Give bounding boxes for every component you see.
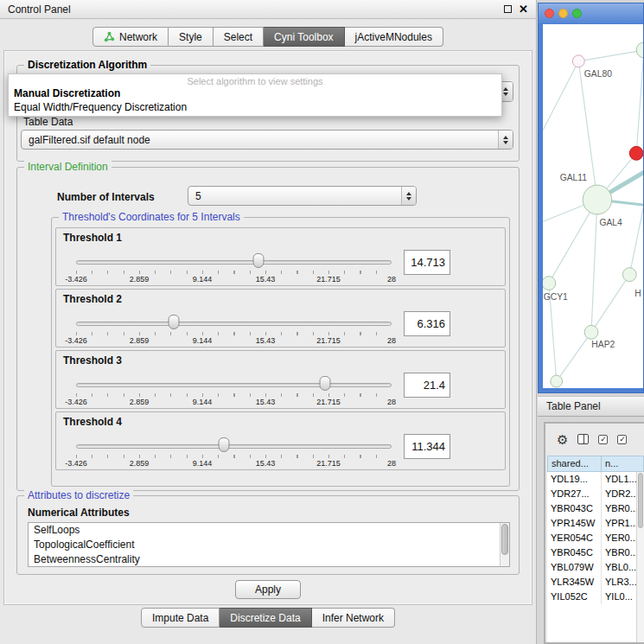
tick-label: 2.859: [130, 336, 150, 345]
scrollbar-thumb[interactable]: [638, 473, 643, 528]
table-row[interactable]: YBR045CYBR0...: [547, 545, 636, 560]
slider-ticks-icon: [76, 271, 392, 274]
network-icon: [104, 31, 115, 42]
list-item[interactable]: BetweennessCentrality: [29, 552, 509, 567]
table-row[interactable]: YDR27...YDR2...: [547, 487, 636, 501]
slider-track[interactable]: [76, 322, 392, 326]
slider-thumb[interactable]: [252, 253, 264, 268]
slider-ticks-icon: [76, 332, 392, 335]
threshold-value-field[interactable]: 11.344: [404, 434, 450, 459]
select-all-checkbox-icon[interactable]: ✓: [598, 435, 608, 444]
threshold-slider[interactable]: -3.4262.8599.14415.4321.71528: [76, 313, 392, 344]
combo-stepper-icon[interactable]: [401, 187, 416, 205]
tab-network[interactable]: Network: [92, 27, 169, 47]
tick-label: 28: [387, 336, 396, 345]
network-edge[interactable]: [629, 205, 643, 275]
network-node[interactable]: [584, 325, 598, 339]
threshold-slider[interactable]: -3.4262.8599.14415.4321.71528: [76, 436, 392, 467]
dropdown-item-manual-discretization[interactable]: Manual Discretization: [9, 86, 501, 100]
slider-thumb[interactable]: [169, 315, 180, 329]
tab-impute-data[interactable]: Impute Data: [141, 608, 220, 628]
table-row[interactable]: YBR043CYBR0...: [547, 501, 636, 516]
threshold-value-field[interactable]: 6.316: [404, 311, 450, 336]
list-item[interactable]: SelfLoops: [29, 523, 509, 538]
list-scrollbar[interactable]: [500, 523, 509, 566]
table-scrollbar[interactable]: [636, 472, 644, 642]
slider-thumb[interactable]: [219, 437, 230, 452]
tab-select[interactable]: Select: [214, 27, 264, 47]
interval-definition-group: Interval Definition Number of Intervals …: [16, 167, 520, 491]
tick-label: 2.859: [130, 398, 150, 406]
table-row[interactable]: YIL052CYIL0...: [547, 590, 636, 604]
tab-label: Style: [179, 31, 202, 43]
network-edge[interactable]: [557, 332, 591, 381]
tab-style[interactable]: Style: [169, 27, 214, 47]
zoom-traffic-light-icon[interactable]: [572, 9, 582, 18]
table-row[interactable]: YLR345WYLR3...: [547, 575, 636, 590]
tick-label: 28: [387, 459, 396, 468]
numerical-attributes-list[interactable]: SelfLoopsTopologicalCoefficientBetweenne…: [28, 522, 510, 567]
table-toolbar: ⚙ ✓ ✓: [545, 427, 644, 451]
network-node[interactable]: [572, 55, 584, 67]
network-node[interactable]: [622, 268, 636, 282]
tab-discretize-data[interactable]: Discretize Data: [220, 608, 311, 628]
network-edge[interactable]: [543, 61, 578, 137]
network-edge[interactable]: [591, 275, 629, 333]
bottom-tab-bar: Impute DataDiscretize DataInfer Network: [0, 608, 536, 628]
threshold-label: Threshold 1: [63, 232, 122, 244]
table-row[interactable]: YBL079WYBL0...: [547, 560, 636, 575]
network-node[interactable]: [543, 277, 556, 290]
group-title: Attributes to discretize: [24, 489, 133, 501]
attribute-table: shared... n... YDL19...YDL1...YDR27...YD…: [547, 456, 644, 642]
network-window-titlebar[interactable]: [539, 3, 643, 23]
slider-track[interactable]: [76, 383, 392, 387]
scrollbar-thumb[interactable]: [501, 524, 508, 555]
combo-stepper-icon[interactable]: [498, 131, 513, 149]
threshold-value-field[interactable]: 14.713: [404, 250, 450, 275]
table-row[interactable]: YER054CYER0...: [547, 531, 636, 545]
close-icon[interactable]: ✕: [519, 3, 528, 15]
threshold-slider[interactable]: -3.4262.8599.14415.4321.71528: [76, 374, 392, 405]
network-node-label: GCY1: [544, 292, 568, 302]
tab-jactivemnodules[interactable]: jActiveMNodules: [345, 27, 443, 47]
slider-thumb[interactable]: [320, 376, 331, 391]
minimize-traffic-light-icon[interactable]: [558, 9, 568, 18]
tick-label: 2.859: [130, 459, 150, 468]
select-checkbox-icon[interactable]: ✓: [617, 435, 627, 444]
network-node[interactable]: [583, 185, 611, 214]
network-edge[interactable]: [578, 50, 643, 61]
table-data-select[interactable]: galFiltered.sif default node: [21, 130, 513, 150]
number-of-intervals-select[interactable]: 5: [188, 186, 417, 206]
network-node[interactable]: [629, 146, 643, 160]
threshold-list: Threshold 1-3.4262.8599.14415.4321.71528…: [55, 227, 506, 473]
columns-icon[interactable]: [577, 434, 589, 444]
tab-cyni-toolbox[interactable]: Cyni Toolbox: [264, 27, 344, 47]
number-of-intervals-value: 5: [195, 190, 201, 202]
column-header-shared-name[interactable]: shared...: [547, 456, 602, 472]
table-row[interactable]: YDL19...YDL1...: [547, 472, 636, 487]
network-edge[interactable]: [591, 200, 597, 332]
threshold-slider[interactable]: -3.4262.8599.14415.4321.71528: [76, 252, 392, 283]
dropdown-item-equal-width-frequency[interactable]: Equal Width/Frequency Discretization: [9, 100, 501, 114]
group-title: Threshold's Coordinates for 5 Intervals: [59, 211, 244, 223]
close-traffic-light-icon[interactable]: [545, 9, 554, 18]
list-item[interactable]: TopologicalCoefficient: [29, 538, 509, 552]
table-body: YDL19...YDL1...YDR27...YDR2...YBR043CYBR…: [547, 472, 636, 642]
network-edge[interactable]: [636, 50, 643, 153]
table-cell: YBR045C: [547, 545, 602, 560]
tab-infer-network[interactable]: Infer Network: [312, 608, 395, 628]
slider-track[interactable]: [76, 444, 392, 449]
attributes-group: Attributes to discretize Numerical Attri…: [16, 495, 520, 575]
threshold-value-field[interactable]: 21.4: [404, 373, 450, 398]
gear-icon[interactable]: ⚙: [557, 433, 568, 446]
tab-label: Network: [119, 31, 157, 43]
column-header-name[interactable]: n...: [602, 456, 644, 472]
float-window-icon[interactable]: [504, 5, 512, 13]
apply-button[interactable]: Apply: [235, 580, 301, 599]
table-cell: YPR145W: [547, 516, 602, 531]
network-node[interactable]: [551, 375, 563, 387]
network-node[interactable]: [636, 42, 643, 58]
slider-track[interactable]: [76, 260, 392, 265]
network-canvas[interactable]: GAL80GAL11GAL4GCY1HAP2H: [543, 24, 643, 388]
table-row[interactable]: YPR145WYPR1...: [547, 516, 636, 531]
